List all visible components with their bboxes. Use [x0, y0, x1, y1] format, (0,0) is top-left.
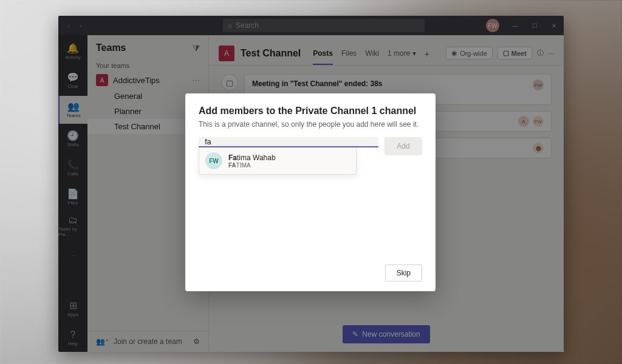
- skip-button[interactable]: Skip: [385, 265, 422, 281]
- suggestion-item[interactable]: FW Fatima Wahab FATIMA: [199, 147, 356, 174]
- suggestion-dropdown: FW Fatima Wahab FATIMA: [199, 147, 357, 175]
- member-search-input[interactable]: [199, 137, 378, 147]
- modal-subtitle: This is a private channel, so only the p…: [199, 120, 422, 129]
- add-members-modal: Add members to the Private Channel 1 cha…: [185, 93, 436, 291]
- add-button[interactable]: Add: [384, 137, 422, 155]
- suggestion-sub: FATIMA: [228, 162, 276, 169]
- suggestion-name: Fatima Wahab: [228, 153, 276, 162]
- suggestion-avatar: FW: [205, 152, 222, 169]
- modal-title: Add members to the Private Channel 1 cha…: [199, 106, 422, 116]
- app-window: ‹ › ⌕ Search FW — ☐ ✕ 🔔Activity 💬Chat 👥T…: [58, 16, 564, 352]
